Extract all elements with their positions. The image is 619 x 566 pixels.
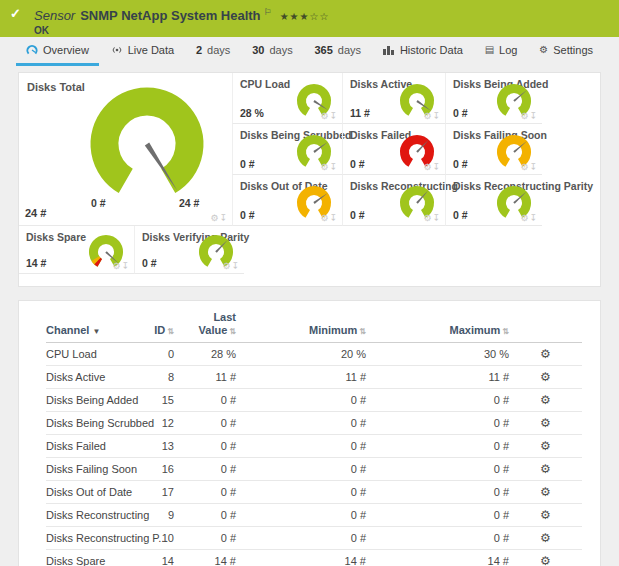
channel-max: 0 # (366, 412, 509, 435)
pin-icon[interactable]: ↧ (529, 213, 538, 223)
gauge-cell-disks-being-scrubbed[interactable]: Disks Being Scrubbed 0 # ⚙↧ (232, 124, 342, 175)
gauge-title: Disks Total (27, 81, 85, 93)
channel-last-value: 0 # (174, 504, 236, 527)
pin-icon[interactable]: ↧ (231, 261, 240, 271)
flag-icon[interactable]: ⚐ (264, 7, 272, 17)
gauge-cell-disks-reconstructing[interactable]: Disks Reconstructing 0 # ⚙↧ (342, 175, 445, 226)
column-header-minimum[interactable]: Minimum⇅ (236, 303, 366, 343)
tab-number: 30 (252, 44, 264, 56)
channel-settings-icon[interactable]: ⚙ (540, 531, 551, 545)
channel-id: 15 (146, 389, 174, 412)
gauge-max-label: 24 # (179, 197, 199, 209)
sort-icon: ⇅ (229, 327, 236, 336)
gauge-cell-disks-spare[interactable]: Disks Spare 14 # ⚙↧ (19, 226, 134, 274)
gauge-value: 0 # (240, 209, 255, 221)
pin-icon[interactable]: ↧ (329, 213, 338, 223)
tab-30-days[interactable]: 30days (242, 37, 303, 66)
gauge-value: 0 # (350, 158, 365, 170)
gauge-cell-disks-failed[interactable]: Disks Failed 0 # ⚙↧ (342, 124, 445, 175)
channel-name[interactable]: Disks Reconstructing P... (46, 527, 146, 550)
table-row: Disks Active811 #11 #11 #⚙ (46, 366, 582, 389)
gauge-cell-disks-active[interactable]: Disks Active 11 # ⚙↧ (342, 73, 445, 124)
priority-stars[interactable]: ★★★☆☆ (280, 11, 330, 22)
channel-actions-cell: ⚙ (509, 412, 582, 435)
channel-last-value: 0 # (174, 412, 236, 435)
gauge-cell-disks-out-of-date[interactable]: Disks Out of Date 0 # ⚙↧ (232, 175, 342, 226)
gauge-cell-disks-failing-soon[interactable]: Disks Failing Soon 0 # ⚙↧ (445, 124, 542, 175)
pin-icon[interactable]: ↧ (219, 213, 228, 223)
channel-settings-icon[interactable]: ⚙ (540, 508, 551, 522)
tab-unit: days (269, 44, 292, 56)
tab-label: Historic Data (400, 44, 463, 56)
historic-data-chart-icon (383, 45, 395, 55)
channel-actions-cell: ⚙ (509, 504, 582, 527)
channel-name[interactable]: Disks Out of Date (46, 481, 146, 504)
gauge-cell-disks-reconstructing-parity[interactable]: Disks Reconstructing Parity 0 # ⚙↧ (445, 175, 542, 226)
gauge-cell-disks-total[interactable]: Disks Total 0 # 24 # 24 # ⚙↧ (19, 73, 232, 226)
sort-icon: ⇅ (167, 327, 174, 336)
tab-live-data[interactable]: Live Data (101, 37, 184, 66)
pin-icon[interactable]: ↧ (529, 162, 538, 172)
channel-name[interactable]: Disks Failing Soon (46, 458, 146, 481)
gauge-value: 28 % (240, 107, 264, 119)
channel-max: 0 # (366, 435, 509, 458)
channel-table: Channel▼ ID⇅ Last Value⇅ Minimum⇅ Maximu… (46, 303, 582, 566)
channel-settings-icon[interactable]: ⚙ (540, 462, 551, 476)
channel-settings-icon[interactable]: ⚙ (540, 393, 551, 407)
gauge-cell-disks-being-added[interactable]: Disks Being Added 0 # ⚙↧ (445, 73, 542, 124)
channel-max: 14 # (366, 550, 509, 566)
tab-label: Log (499, 44, 517, 56)
tab-overview[interactable]: Overview (16, 37, 99, 66)
pin-icon[interactable]: ↧ (432, 162, 441, 172)
channel-settings-icon[interactable]: ⚙ (540, 485, 551, 499)
tab-label: Settings (553, 44, 593, 56)
tab-number: 365 (314, 44, 332, 56)
channel-name[interactable]: Disks Being Added (46, 389, 146, 412)
tab-log[interactable]: ▤ Log (475, 37, 528, 66)
gauge-min-label: 0 # (91, 197, 106, 209)
settings-gear-icon: ⚙ (539, 45, 548, 55)
channel-id: 9 (146, 504, 174, 527)
sensor-kind-label: Sensor (34, 8, 75, 23)
channel-settings-icon[interactable]: ⚙ (540, 416, 551, 430)
column-header-maximum[interactable]: Maximum⇅ (366, 303, 509, 343)
tab-historic-data[interactable]: Historic Data (373, 37, 473, 66)
column-header-last-value[interactable]: Last Value⇅ (174, 303, 236, 343)
channel-name[interactable]: Disks Spare (46, 550, 146, 566)
tab-365-days[interactable]: 365days (304, 37, 371, 66)
channel-name[interactable]: Disks Reconstructing (46, 504, 146, 527)
channel-min: 20 % (236, 343, 366, 366)
tab-2-days[interactable]: 2days (186, 37, 240, 66)
column-header-channel[interactable]: Channel▼ (46, 303, 146, 343)
channel-max: 0 # (366, 527, 509, 550)
channel-actions-cell: ⚙ (509, 343, 582, 366)
tab-settings[interactable]: ⚙ Settings (529, 37, 603, 66)
channel-last-value: 28 % (174, 343, 236, 366)
channel-name[interactable]: CPU Load (46, 343, 146, 366)
pin-icon[interactable]: ↧ (529, 111, 538, 121)
gauge-cell-cpu-load[interactable]: CPU Load 28 % ⚙↧ (232, 73, 342, 124)
gauge-value: 0 # (240, 158, 255, 170)
channel-last-value: 0 # (174, 481, 236, 504)
channel-name[interactable]: Disks Failed (46, 435, 146, 458)
channel-id: 13 (146, 435, 174, 458)
sort-icon: ⇅ (502, 327, 509, 336)
column-header-id[interactable]: ID⇅ (146, 303, 174, 343)
gauge-cell-disks-verifying-parity[interactable]: Disks Verifying Parity 0 # ⚙↧ (134, 226, 244, 274)
channel-min: 14 # (236, 550, 366, 566)
column-header-actions (509, 303, 582, 343)
disks-total-gauge (81, 85, 213, 203)
channel-settings-icon[interactable]: ⚙ (540, 370, 551, 384)
channel-settings-icon[interactable]: ⚙ (540, 554, 551, 566)
pin-icon[interactable]: ↧ (432, 213, 441, 223)
pin-icon[interactable]: ↧ (329, 162, 338, 172)
channel-settings-icon[interactable]: ⚙ (540, 347, 551, 361)
channel-settings-icon[interactable]: ⚙ (540, 439, 551, 453)
pin-icon[interactable]: ↧ (121, 261, 130, 271)
pin-icon[interactable]: ↧ (432, 111, 441, 121)
pin-icon[interactable]: ↧ (329, 111, 338, 121)
tab-label: Live Data (128, 44, 174, 56)
channel-actions-cell: ⚙ (509, 389, 582, 412)
channel-name[interactable]: Disks Active (46, 366, 146, 389)
channel-name[interactable]: Disks Being Scrubbed (46, 412, 146, 435)
